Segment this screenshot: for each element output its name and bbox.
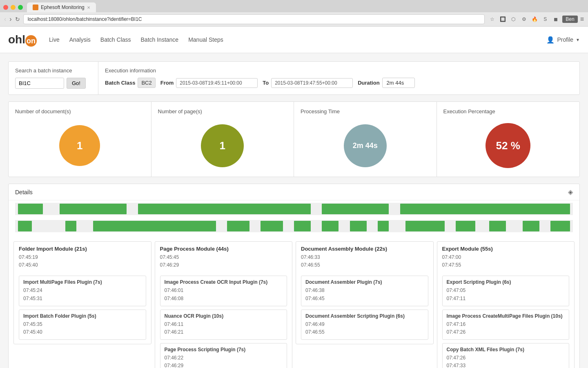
- plugin-3-1: Document Assembler Plugin (7s) 07:46:38 …: [301, 276, 428, 306]
- close-button[interactable]: [3, 5, 8, 10]
- top-panels: Search a batch instance Go! Execution in…: [8, 61, 580, 95]
- address-bar: ‹ › ↻ ☆ 🔲 ⬡ ⚙ 🔥 S ◼ Ben ≡: [0, 12, 588, 26]
- plugin-4-2-end: 07:47:26: [447, 328, 565, 336]
- plugin-4-2-title: Image Process CreateMultiPage Files Plug…: [447, 313, 565, 319]
- ext-icon-4[interactable]: 🔥: [530, 15, 539, 23]
- module-4-title: Export Module (55s): [442, 246, 570, 252]
- from-label: From: [160, 80, 174, 86]
- search-panel: Search a batch instance Go!: [9, 62, 98, 94]
- tl-seg-2-1: [18, 221, 32, 231]
- nav-batch-instance[interactable]: Batch Instance: [141, 35, 179, 45]
- star-icon[interactable]: ☆: [488, 15, 496, 23]
- module-3-end: 07:46:55: [301, 261, 428, 269]
- header-right: 👤 Profile ▼: [546, 36, 580, 44]
- plugin-1-1-end: 07:45:31: [23, 295, 142, 303]
- forward-button[interactable]: ›: [9, 16, 11, 23]
- app: ohlon Live Analysis Batch Class Batch In…: [0, 27, 588, 368]
- execution-label: Execution information: [105, 67, 573, 74]
- plugin-2-2-title: Nuance OCR Plugin (10s): [165, 313, 283, 319]
- traffic-lights: [3, 5, 23, 10]
- execution-row: Batch Class BC2 From To Duration 2m 44s: [105, 78, 573, 88]
- batch-class-group: Batch Class BC2: [105, 78, 156, 88]
- module-card-1: Folder Import Module (21s) 07:45:19 07:4…: [13, 241, 151, 344]
- plugin-1-1: Import MultiPage Files Plugin (7s) 07:45…: [19, 276, 146, 306]
- nav-analysis[interactable]: Analysis: [69, 35, 91, 45]
- tab-favicon: [33, 4, 38, 10]
- plugin-4-3: Copy Batch XML Files Plugin (7s) 07:47:2…: [442, 343, 570, 368]
- stat-documents: Number of document(s) 1: [9, 102, 151, 177]
- module-4-end: 07:47:55: [442, 261, 570, 269]
- tl-seg-1-5: [400, 204, 570, 214]
- stat-documents-circle: 1: [59, 125, 100, 166]
- profile-label[interactable]: Profile: [557, 36, 573, 43]
- stat-execution-title: Execution Percentage: [443, 108, 573, 114]
- to-label: To: [263, 80, 269, 86]
- details-settings-icon[interactable]: ◈: [568, 188, 573, 196]
- ext-icon-1[interactable]: 🔲: [499, 15, 507, 23]
- logo: ohlon: [8, 33, 37, 47]
- menu-icon[interactable]: ≡: [580, 16, 584, 23]
- profile-dropdown-arrow[interactable]: ▼: [576, 38, 580, 42]
- tl-seg-1-4: [322, 204, 389, 214]
- search-row: Go!: [15, 78, 91, 89]
- plugin-3-2: Document Assembler Scripting Plugin (6s)…: [301, 310, 428, 340]
- from-input[interactable]: [176, 78, 258, 88]
- refresh-button[interactable]: ↻: [15, 16, 20, 22]
- go-button[interactable]: Go!: [67, 78, 86, 89]
- main-content: Search a batch instance Go! Execution in…: [0, 53, 588, 368]
- stat-processing-circle: 2m 44s: [344, 124, 387, 167]
- stat-documents-circle-container: 1: [15, 121, 145, 170]
- tl-seg-2-4: [227, 221, 249, 231]
- ext-icon-5[interactable]: S: [541, 15, 549, 23]
- minimize-button[interactable]: [11, 5, 16, 10]
- plugin-4-3-title: Copy Batch XML Files Plugin (7s): [447, 347, 565, 352]
- tl-seg-2-7: [322, 221, 339, 231]
- active-tab[interactable]: Ephesoft Monitoring ✕: [27, 2, 96, 12]
- nav-manual-steps[interactable]: Manual Steps: [188, 35, 223, 45]
- url-bar[interactable]: [23, 14, 485, 24]
- modules-grid: Folder Import Module (21s) 07:45:19 07:4…: [9, 236, 579, 368]
- module-col-2: Page Process Module (44s) 07:45:45 07:46…: [153, 240, 294, 368]
- stat-processing-title: Processing Time: [301, 108, 430, 114]
- module-1-title: Folder Import Module (21s): [19, 246, 146, 252]
- header: ohlon Live Analysis Batch Class Batch In…: [0, 27, 588, 53]
- tl-seg-2-3: [93, 221, 216, 231]
- nav-live[interactable]: Live: [49, 35, 60, 45]
- tl-seg-2-11: [456, 221, 475, 231]
- stats-row: Number of document(s) 1 Number of page(s…: [8, 101, 580, 177]
- stat-execution-value: 52 %: [496, 139, 520, 152]
- tab-close-icon[interactable]: ✕: [87, 5, 90, 10]
- plugin-3-2-start: 07:46:49: [305, 321, 424, 328]
- tl-seg-2-8: [350, 221, 367, 231]
- duration-label: Duration: [358, 80, 379, 86]
- module-card-4: Export Module (55s) 07:47:00 07:47:55 Ex…: [437, 241, 575, 368]
- module-col-1: Folder Import Module (21s) 07:45:19 07:4…: [12, 240, 153, 368]
- stat-pages-circle-container: 1: [158, 121, 287, 170]
- logo-dot: on: [25, 35, 37, 47]
- search-input[interactable]: [15, 78, 64, 89]
- timeline-bar-row2: [15, 220, 573, 232]
- details-panel: Details ◈: [8, 184, 580, 368]
- stat-documents-title: Number of document(s): [15, 108, 145, 114]
- module-4-start: 07:47:00: [442, 254, 570, 261]
- ext-icon-2[interactable]: ⬡: [509, 15, 517, 23]
- tl-seg-2-5: [261, 221, 283, 231]
- plugin-2-1-end: 07:46:08: [165, 295, 283, 303]
- back-button[interactable]: ‹: [4, 16, 6, 23]
- stat-processing-value: 2m 44s: [353, 141, 378, 150]
- batch-class-value: BC2: [138, 78, 155, 88]
- stat-pages: Number of page(s) 1: [151, 102, 294, 177]
- tl-seg-1-1: [18, 204, 43, 214]
- timeline-bar-row1: [15, 203, 573, 215]
- nav-batch-class[interactable]: Batch Class: [100, 35, 131, 45]
- stat-documents-value: 1: [77, 139, 82, 152]
- to-input[interactable]: [271, 78, 353, 88]
- maximize-button[interactable]: [18, 5, 23, 10]
- user-pill: Ben: [562, 16, 577, 23]
- tab-bar: Ephesoft Monitoring ✕: [0, 0, 588, 12]
- ext-icon-3[interactable]: ⚙: [520, 15, 528, 23]
- ext-icon-6[interactable]: ◼: [552, 15, 560, 23]
- tl-seg-2-10: [405, 221, 445, 231]
- module-2-plugins: Image Process Create OCR Input Plugin (7…: [160, 269, 287, 368]
- duration-value: 2m 44s: [382, 78, 415, 88]
